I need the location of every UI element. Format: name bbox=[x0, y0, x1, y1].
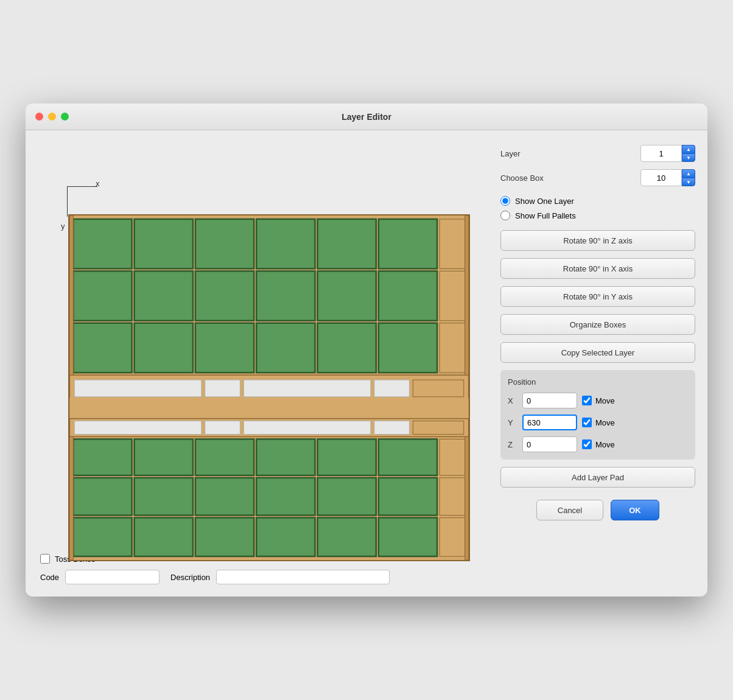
z-move-row: Move bbox=[582, 439, 615, 449]
layer-editor-window: Layer Editor x y bbox=[26, 103, 707, 597]
z-position-input[interactable] bbox=[522, 436, 577, 452]
main-content: x y bbox=[26, 130, 707, 597]
dialog-buttons: Cancel OK bbox=[500, 500, 695, 520]
svg-rect-41 bbox=[440, 439, 465, 475]
canvas-panel: x y bbox=[38, 142, 486, 584]
svg-rect-32 bbox=[244, 421, 371, 435]
svg-rect-49 bbox=[73, 517, 132, 556]
svg-rect-23 bbox=[74, 380, 202, 397]
svg-rect-59 bbox=[465, 436, 469, 560]
window-controls bbox=[35, 113, 69, 121]
y-position-row: Y Move bbox=[508, 415, 688, 430]
x-move-label: Move bbox=[595, 396, 615, 405]
x-axis-line bbox=[67, 186, 97, 187]
svg-rect-8 bbox=[73, 271, 132, 320]
x-position-label: X bbox=[508, 396, 517, 405]
code-row: Code Description bbox=[40, 570, 486, 584]
close-button[interactable] bbox=[35, 113, 43, 121]
svg-rect-39 bbox=[317, 439, 376, 475]
svg-rect-14 bbox=[440, 271, 465, 320]
z-position-label: Z bbox=[508, 440, 517, 449]
svg-rect-50 bbox=[135, 517, 193, 556]
layer-increment-button[interactable]: ▲ bbox=[682, 145, 695, 153]
svg-rect-54 bbox=[379, 517, 437, 556]
right-panel: Layer ▲ ▼ Choose Box ▲ ▼ bbox=[500, 142, 695, 584]
svg-rect-7 bbox=[440, 219, 465, 268]
svg-rect-58 bbox=[465, 215, 469, 375]
svg-rect-57 bbox=[69, 436, 73, 560]
svg-rect-42 bbox=[73, 478, 132, 516]
add-layer-pad-button[interactable]: Add Layer Pad bbox=[500, 467, 695, 488]
maximize-button[interactable] bbox=[61, 113, 69, 121]
svg-rect-48 bbox=[440, 478, 465, 516]
svg-rect-36 bbox=[135, 439, 193, 475]
show-full-pallets-radio[interactable] bbox=[500, 211, 510, 220]
display-mode-radio-group: Show One Layer Show Full Pallets bbox=[500, 194, 695, 223]
svg-rect-15 bbox=[73, 323, 132, 373]
svg-rect-35 bbox=[73, 439, 132, 475]
rotate-z-button[interactable]: Rotate 90° in Z axis bbox=[500, 230, 695, 251]
svg-rect-6 bbox=[379, 219, 437, 268]
show-one-layer-radio[interactable] bbox=[500, 196, 510, 206]
svg-rect-13 bbox=[379, 271, 437, 320]
svg-rect-3 bbox=[195, 219, 254, 268]
svg-rect-16 bbox=[135, 323, 193, 373]
choosebox-increment-button[interactable]: ▲ bbox=[682, 169, 695, 178]
window-title: Layer Editor bbox=[342, 112, 391, 122]
svg-rect-21 bbox=[440, 323, 465, 373]
x-axis-label: x bbox=[96, 179, 100, 188]
y-axis-label: y bbox=[61, 222, 65, 231]
svg-rect-11 bbox=[256, 271, 315, 320]
rotate-y-button[interactable]: Rotate 90° in Y axis bbox=[500, 286, 695, 307]
svg-rect-20 bbox=[379, 323, 437, 373]
svg-rect-56 bbox=[69, 215, 73, 375]
z-move-label: Move bbox=[595, 440, 615, 449]
minimize-button[interactable] bbox=[48, 113, 56, 121]
layer-decrement-button[interactable]: ▼ bbox=[682, 153, 695, 162]
code-label: Code bbox=[40, 573, 59, 582]
layer-value-input[interactable] bbox=[640, 145, 682, 162]
svg-rect-47 bbox=[379, 478, 437, 516]
x-move-checkbox[interactable] bbox=[582, 396, 592, 405]
svg-rect-1 bbox=[73, 219, 132, 268]
svg-rect-19 bbox=[317, 323, 376, 373]
choosebox-decrement-button[interactable]: ▼ bbox=[682, 178, 695, 186]
x-position-input[interactable] bbox=[522, 393, 577, 408]
svg-rect-10 bbox=[195, 271, 254, 320]
rotate-x-button[interactable]: Rotate 90° in X axis bbox=[500, 258, 695, 279]
svg-rect-4 bbox=[256, 219, 315, 268]
y-move-label: Move bbox=[595, 418, 615, 427]
copy-selected-layer-button[interactable]: Copy Selected Layer bbox=[500, 342, 695, 363]
y-axis-line bbox=[67, 186, 68, 217]
toss-boxes-checkbox[interactable] bbox=[40, 554, 50, 564]
y-move-checkbox[interactable] bbox=[582, 418, 592, 427]
x-position-row: X Move bbox=[508, 393, 688, 408]
y-position-label: Y bbox=[508, 418, 517, 427]
choosebox-label: Choose Box bbox=[500, 173, 544, 183]
svg-rect-25 bbox=[244, 380, 371, 397]
choosebox-value-input[interactable] bbox=[640, 169, 682, 186]
show-one-layer-label: Show One Layer bbox=[515, 197, 574, 206]
description-input[interactable] bbox=[216, 570, 390, 584]
svg-rect-37 bbox=[195, 439, 254, 475]
svg-rect-40 bbox=[379, 439, 437, 475]
svg-rect-27 bbox=[413, 380, 463, 397]
code-input[interactable] bbox=[65, 570, 160, 584]
y-position-input[interactable] bbox=[522, 415, 577, 430]
z-move-checkbox[interactable] bbox=[582, 439, 592, 449]
titlebar: Layer Editor bbox=[26, 103, 707, 130]
svg-rect-38 bbox=[256, 439, 315, 475]
cancel-button[interactable]: Cancel bbox=[536, 500, 603, 520]
x-move-row: Move bbox=[582, 396, 615, 405]
show-one-layer-row: Show One Layer bbox=[500, 196, 695, 206]
layer-spinner: ▲ ▼ bbox=[640, 145, 695, 162]
organize-boxes-button[interactable]: Organize Boxes bbox=[500, 314, 695, 335]
svg-rect-2 bbox=[135, 219, 193, 268]
layer-field-row: Layer ▲ ▼ bbox=[500, 145, 695, 162]
svg-rect-17 bbox=[195, 323, 254, 373]
ok-button[interactable]: OK bbox=[611, 500, 659, 520]
svg-rect-24 bbox=[205, 380, 240, 397]
svg-rect-33 bbox=[374, 421, 410, 435]
svg-rect-52 bbox=[256, 517, 315, 556]
svg-rect-55 bbox=[440, 517, 465, 556]
